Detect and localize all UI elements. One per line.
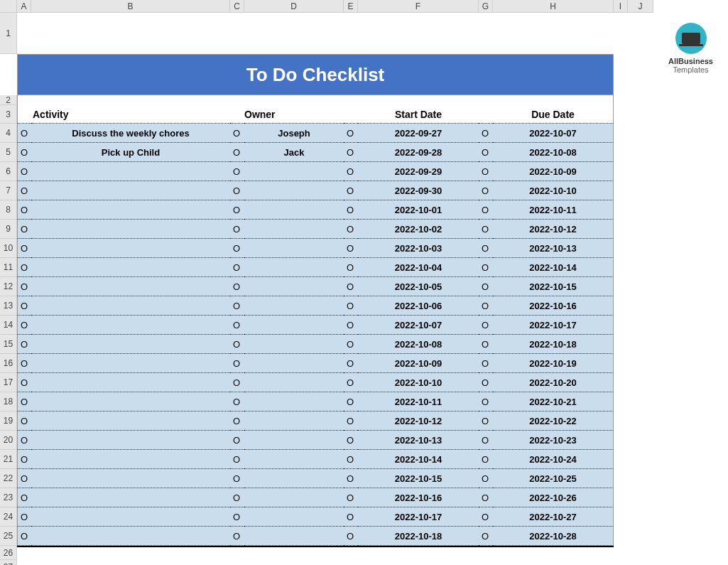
due-marker[interactable]: O [479, 488, 493, 507]
activity-marker[interactable]: O [17, 162, 31, 181]
header-start-mark[interactable] [344, 105, 358, 124]
row-header-26[interactable]: 26 [0, 546, 17, 560]
start-date-cell[interactable]: 2022-10-13 [358, 431, 479, 450]
cell-I16[interactable] [614, 354, 628, 373]
owner-marker[interactable]: O [230, 239, 244, 258]
row-header-9[interactable]: 9 [0, 220, 17, 239]
activity-marker[interactable]: O [17, 296, 31, 316]
owner-marker[interactable]: O [230, 316, 244, 335]
start-date-cell[interactable]: 2022-09-29 [358, 162, 479, 181]
cell-I3[interactable] [614, 105, 628, 124]
due-date-cell[interactable]: 2022-10-12 [493, 220, 614, 239]
cell-I8[interactable] [614, 200, 628, 220]
owner-marker[interactable]: O [230, 373, 244, 392]
cell-J23[interactable] [628, 488, 653, 507]
due-marker[interactable]: O [479, 124, 493, 143]
activity-cell[interactable] [31, 181, 230, 200]
title-banner[interactable]: To Do Checklist [17, 54, 614, 95]
due-marker[interactable]: O [479, 335, 493, 354]
row-header-12[interactable]: 12 [0, 277, 17, 296]
activity-marker[interactable]: O [17, 392, 31, 411]
start-marker[interactable]: O [344, 488, 358, 507]
col-header-C[interactable]: C [230, 0, 244, 13]
start-date-cell[interactable]: 2022-10-15 [358, 469, 479, 488]
activity-cell[interactable] [31, 200, 230, 220]
due-date-cell[interactable]: 2022-10-11 [493, 200, 614, 220]
owner-cell[interactable] [244, 411, 344, 431]
due-marker[interactable]: O [479, 373, 493, 392]
due-date-cell[interactable]: 2022-10-21 [493, 392, 614, 411]
header-start[interactable]: Start Date [358, 105, 479, 124]
owner-cell[interactable] [244, 373, 344, 392]
owner-cell[interactable] [244, 316, 344, 335]
start-date-cell[interactable]: 2022-10-07 [358, 316, 479, 335]
owner-marker[interactable]: O [230, 431, 244, 450]
start-date-cell[interactable]: 2022-10-04 [358, 258, 479, 277]
col-header-G[interactable]: G [479, 0, 493, 13]
cell-I15[interactable] [614, 335, 628, 354]
start-date-cell[interactable]: 2022-10-11 [358, 392, 479, 411]
row-header-7[interactable]: 7 [0, 181, 17, 200]
due-date-cell[interactable]: 2022-10-23 [493, 431, 614, 450]
owner-marker[interactable]: O [230, 200, 244, 220]
due-date-cell[interactable]: 2022-10-19 [493, 354, 614, 373]
start-marker[interactable]: O [344, 239, 358, 258]
cell-I18[interactable] [614, 392, 628, 411]
activity-cell[interactable] [31, 411, 230, 431]
header-owner[interactable]: Owner [244, 105, 344, 124]
owner-marker[interactable]: O [230, 411, 244, 431]
row-header-16[interactable]: 16 [0, 354, 17, 373]
owner-marker[interactable]: O [230, 354, 244, 373]
header-due-mark[interactable] [479, 105, 493, 124]
due-marker[interactable]: O [479, 296, 493, 316]
row-header-22[interactable]: 22 [0, 469, 17, 488]
owner-marker[interactable]: O [230, 450, 244, 469]
owner-marker[interactable]: O [230, 469, 244, 488]
start-date-cell[interactable]: 2022-09-30 [358, 181, 479, 200]
activity-cell[interactable]: Discuss the weekly chores [31, 124, 230, 143]
owner-cell[interactable]: Jack [244, 143, 344, 162]
row-header-21[interactable]: 21 [0, 450, 17, 469]
owner-cell[interactable] [244, 200, 344, 220]
activity-marker[interactable]: O [17, 124, 31, 143]
start-marker[interactable]: O [344, 258, 358, 277]
owner-cell[interactable] [244, 335, 344, 354]
start-date-cell[interactable]: 2022-10-10 [358, 373, 479, 392]
row-header-24[interactable]: 24 [0, 507, 17, 527]
owner-marker[interactable]: O [230, 258, 244, 277]
start-marker[interactable]: O [344, 181, 358, 200]
col-header-F[interactable]: F [358, 0, 479, 13]
owner-cell[interactable] [244, 239, 344, 258]
activity-cell[interactable] [31, 527, 230, 546]
due-date-cell[interactable]: 2022-10-17 [493, 316, 614, 335]
row-header-11[interactable]: 11 [0, 258, 17, 277]
start-date-cell[interactable]: 2022-10-08 [358, 335, 479, 354]
start-date-cell[interactable]: 2022-09-27 [358, 124, 479, 143]
due-marker[interactable]: O [479, 411, 493, 431]
cell-I26[interactable] [614, 546, 628, 560]
activity-cell[interactable] [31, 258, 230, 277]
cell-I2[interactable] [614, 95, 628, 105]
start-date-cell[interactable]: 2022-10-05 [358, 277, 479, 296]
due-marker[interactable]: O [479, 143, 493, 162]
owner-cell[interactable]: Joseph [244, 124, 344, 143]
cell-I19[interactable] [614, 411, 628, 431]
row-header-10[interactable]: 10 [0, 239, 17, 258]
activity-cell[interactable] [31, 373, 230, 392]
start-marker[interactable]: O [344, 335, 358, 354]
activity-cell[interactable] [31, 354, 230, 373]
owner-cell[interactable] [244, 527, 344, 546]
owner-cell[interactable] [244, 181, 344, 200]
blank-row-27[interactable] [17, 560, 653, 565]
cell-J22[interactable] [628, 469, 653, 488]
col-header-A[interactable]: A [17, 0, 31, 13]
cell-J12[interactable] [628, 277, 653, 296]
cell-I4[interactable] [614, 124, 628, 143]
due-date-cell[interactable]: 2022-10-15 [493, 277, 614, 296]
activity-cell[interactable] [31, 239, 230, 258]
activity-cell[interactable]: Pick up Child [31, 143, 230, 162]
activity-cell[interactable] [31, 450, 230, 469]
row-header-6[interactable]: 6 [0, 162, 17, 181]
owner-marker[interactable]: O [230, 527, 244, 546]
activity-cell[interactable] [31, 335, 230, 354]
